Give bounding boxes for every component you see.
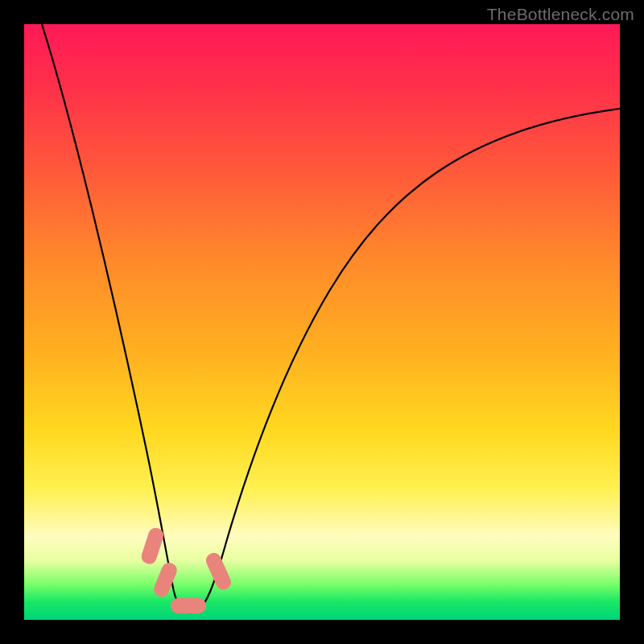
plot-area [24,24,620,620]
chart-frame: TheBottleneck.com [0,0,644,644]
curve-svg [24,24,620,620]
bottleneck-curve [42,24,620,613]
marker-right [204,551,233,592]
marker-bottom [171,598,206,613]
watermark-text: TheBottleneck.com [487,5,634,24]
marker-left-upper [139,526,165,566]
